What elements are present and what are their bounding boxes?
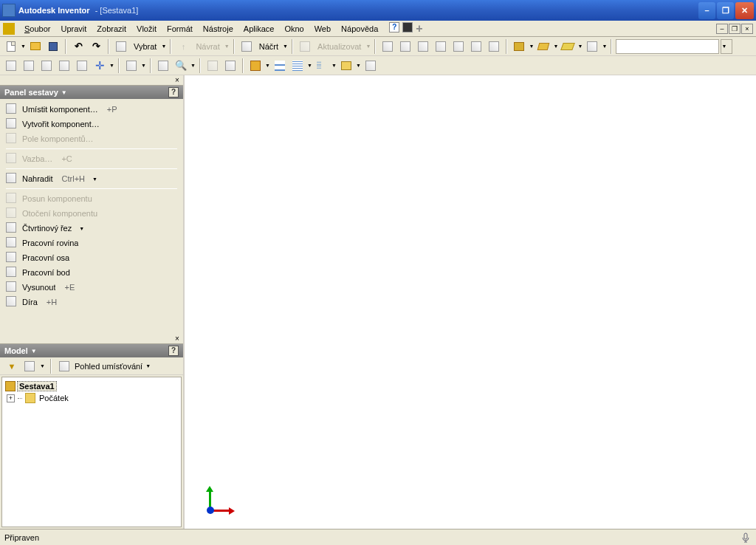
sketch-icon[interactable] — [238, 38, 255, 55]
color-fill-dropdown[interactable]: ▼ — [265, 63, 270, 68]
window-maximize-button[interactable]: ❐ — [717, 2, 734, 19]
look-at-icon[interactable] — [486, 38, 502, 55]
section-analysis-icon[interactable] — [205, 58, 221, 74]
zoom-selected-icon[interactable] — [450, 38, 467, 55]
face-draft-icon[interactable] — [21, 58, 37, 74]
window-minimize-button[interactable]: – — [698, 2, 715, 19]
pin-icon[interactable] — [362, 58, 379, 74]
pattern-lines-icon[interactable]: ⦙⦙⦙ — [314, 58, 330, 74]
table-dropdown[interactable]: ▼ — [356, 63, 361, 68]
menu-soubor[interactable]: Soubor — [19, 23, 55, 35]
color-fill-icon[interactable] — [247, 58, 264, 74]
zoom-window-icon[interactable] — [397, 38, 413, 55]
add-icon[interactable]: + — [416, 22, 422, 35]
mdi-restore-button[interactable]: ❐ — [729, 24, 740, 34]
new-button[interactable] — [3, 38, 19, 55]
display-camera-dropdown[interactable]: ▼ — [577, 44, 583, 49]
sketch-dropdown[interactable]: ▼ — [283, 44, 288, 49]
select-dropdown[interactable]: ▼ — [161, 44, 166, 49]
menu-okno[interactable]: Okno — [279, 23, 309, 35]
material-dropdown[interactable]: ▼ — [721, 39, 732, 54]
split-icon[interactable] — [38, 58, 55, 74]
display-wireframe-dropdown[interactable]: ▼ — [553, 44, 558, 49]
view-mode-dropdown[interactable]: ▼ — [145, 363, 151, 369]
help-icon[interactable]: ? — [389, 22, 399, 32]
panel-item[interactable]: Pracovní osa — [0, 250, 183, 265]
panel-item[interactable]: Vytvořit komponent… — [0, 117, 183, 131]
document-system-icon[interactable] — [3, 23, 15, 35]
table-icon[interactable] — [338, 58, 354, 74]
center-point-icon[interactable]: ✛ — [92, 58, 108, 74]
grid-large-icon[interactable] — [272, 58, 288, 74]
tree-root-label[interactable]: Sestava1 — [17, 381, 57, 391]
expand-tree-icon[interactable] — [22, 359, 37, 374]
rotate-icon[interactable] — [468, 38, 484, 55]
panel-item[interactable]: Pracovní bod — [0, 265, 183, 280]
bend-part-icon[interactable] — [56, 58, 72, 74]
measure-distance-icon[interactable] — [123, 58, 140, 74]
zoom-all-icon[interactable] — [379, 38, 396, 55]
new-dropdown[interactable]: ▼ — [21, 44, 26, 49]
zoom-tool-dropdown[interactable]: ▼ — [190, 63, 196, 68]
model-tree[interactable]: Sestava1 + Počátek — [1, 377, 182, 527]
filter-icon[interactable]: ▼ — [4, 359, 19, 374]
measure-dropdown[interactable]: ▼ — [141, 63, 146, 68]
chevron-down-icon[interactable]: ▼ — [79, 226, 84, 231]
edge-display-icon[interactable] — [3, 58, 19, 74]
redo-button[interactable]: ↷ — [88, 38, 104, 55]
select-icon[interactable] — [113, 38, 129, 55]
status-microphone-icon[interactable] — [740, 532, 752, 544]
sketch-label[interactable]: Náčrt — [256, 42, 281, 51]
panel-help-icon[interactable]: ? — [168, 87, 179, 97]
grid-small-icon[interactable] — [289, 58, 306, 74]
tree-root-row[interactable]: Sestava1 — [5, 380, 178, 392]
tree-expand-icon[interactable]: + — [7, 394, 15, 402]
menu-web[interactable]: Web — [309, 23, 336, 35]
grid-dropdown[interactable]: ▼ — [307, 63, 312, 68]
save-button[interactable] — [45, 38, 61, 55]
menu-vlozit[interactable]: Vložit — [131, 23, 162, 35]
material-selector[interactable] — [616, 39, 719, 54]
zoom-dynamic-icon[interactable] — [415, 38, 431, 55]
display-wireframe-icon[interactable] — [535, 38, 551, 55]
view-mode-icon[interactable] — [57, 359, 72, 374]
view-mode-label[interactable]: Pohled umísťování — [75, 362, 142, 371]
zoom-tool-icon[interactable]: 🔍 — [173, 58, 189, 74]
panel-item[interactable]: Čtvrtinový řez▼ — [0, 221, 183, 236]
menu-aplikace[interactable]: Aplikace — [238, 23, 280, 35]
panel-assembly-close-icon[interactable]: × — [173, 76, 182, 85]
menu-format[interactable]: Formát — [162, 23, 198, 35]
pan-icon[interactable] — [433, 38, 449, 55]
tree-child-row[interactable]: + Počátek — [5, 392, 178, 404]
panel-item[interactable]: Vysunout+E — [0, 280, 183, 295]
panel-model-help-icon[interactable]: ? — [168, 346, 179, 356]
panel-assembly-header[interactable]: Panel sestavy ▼ ? — [0, 86, 183, 99]
select-label[interactable]: Vybrat — [131, 42, 159, 51]
window-close-button[interactable]: ✕ — [735, 2, 754, 19]
panel-item[interactable]: Díra+H — [0, 295, 183, 309]
menu-nastroje[interactable]: Nástroje — [198, 23, 238, 35]
component-opacity-icon[interactable] — [584, 38, 600, 55]
panel-item[interactable]: Pracovní rovina — [0, 236, 183, 250]
panel-item[interactable]: NahraditCtrl+H▼ — [0, 171, 183, 186]
menu-zobrazit[interactable]: Zobrazit — [92, 23, 131, 35]
center-point-dropdown[interactable]: ▼ — [109, 63, 114, 68]
component-opacity-dropdown[interactable]: ▼ — [602, 44, 607, 49]
camera-icon[interactable] — [74, 58, 90, 74]
display-shaded-dropdown[interactable]: ▼ — [529, 44, 534, 49]
mdi-close-button[interactable]: × — [741, 24, 753, 34]
pattern-dropdown[interactable]: ▼ — [331, 63, 337, 68]
viewport[interactable] — [185, 75, 756, 529]
expand-tree-dropdown[interactable]: ▼ — [40, 363, 45, 369]
display-shaded-icon[interactable] — [511, 38, 527, 55]
undo-button[interactable]: ↶ — [70, 38, 86, 55]
menu-napoveda[interactable]: Nápověda — [336, 23, 383, 35]
tree-child-label[interactable]: Počátek — [39, 394, 69, 402]
chevron-down-icon[interactable]: ▼ — [92, 176, 97, 182]
observer-icon[interactable] — [155, 58, 171, 74]
open-button[interactable] — [27, 38, 44, 55]
panel-item[interactable]: Umístit komponent…+P — [0, 102, 183, 117]
menu-upravit[interactable]: Upravit — [55, 23, 92, 35]
panel-model-header[interactable]: Model ▼ ? — [0, 344, 183, 357]
app-options-icon[interactable] — [402, 22, 413, 32]
